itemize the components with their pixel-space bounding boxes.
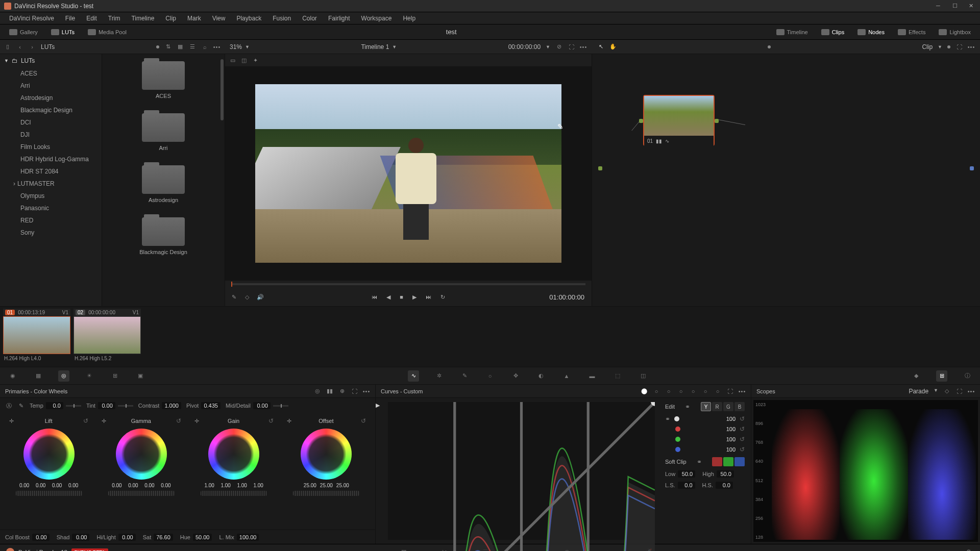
- pointer-icon[interactable]: ↖: [597, 43, 604, 51]
- lut-folder[interactable]: Astrodesign: [109, 165, 217, 203]
- 3d-icon[interactable]: ◫: [638, 370, 649, 382]
- stop-button[interactable]: ■: [400, 294, 403, 300]
- lut-folder[interactable]: Arri: [109, 113, 217, 151]
- minimize-button[interactable]: ─: [936, 3, 943, 10]
- grid-view-icon[interactable]: ▦: [177, 43, 184, 51]
- hue-vs-hue-icon[interactable]: ○: [653, 388, 660, 395]
- viewer[interactable]: ✎: [225, 66, 592, 281]
- scopes-mode[interactable]: Parade: [909, 388, 928, 395]
- gamma-reset-icon[interactable]: ↺: [176, 417, 181, 424]
- middetail-value[interactable]: 0.00: [253, 402, 271, 409]
- tree-item-arri[interactable]: Arri: [0, 80, 102, 92]
- intensity-r-value[interactable]: 100: [684, 426, 736, 432]
- menu-color[interactable]: Color: [297, 14, 322, 23]
- blur-icon[interactable]: ▲: [561, 370, 572, 382]
- lut-folder[interactable]: Blackmagic Design: [109, 217, 217, 255]
- clip-item[interactable]: 02 00:00:00:00 V1 H.264 High L5.2: [74, 309, 141, 365]
- primaries-icon[interactable]: ◎: [58, 370, 69, 382]
- clips-button[interactable]: Clips: [818, 28, 847, 37]
- bars-mode-icon[interactable]: ▮▮: [326, 388, 333, 395]
- custom-curve-icon[interactable]: ⬤: [641, 388, 648, 395]
- offset-jog[interactable]: [293, 491, 359, 496]
- timeline-label[interactable]: Timeline 1: [361, 43, 389, 51]
- home-icon[interactable]: ⌂: [944, 547, 954, 552]
- intensity-y-value[interactable]: 100: [683, 416, 736, 422]
- offset-reset-icon[interactable]: ↺: [361, 417, 366, 424]
- menu-edit[interactable]: Edit: [81, 14, 102, 23]
- offset-picker-icon[interactable]: ✛: [287, 418, 291, 424]
- wheels-mode-icon[interactable]: ◎: [314, 388, 321, 395]
- tree-item-panasonic[interactable]: Panasonic: [0, 202, 102, 214]
- tree-item-blackmagic[interactable]: Blackmagic Design: [0, 104, 102, 116]
- scrollbar-thumb[interactable]: [220, 59, 224, 120]
- hue-value[interactable]: 50.00: [193, 534, 212, 541]
- curves-graph[interactable]: [388, 402, 655, 540]
- more-icon[interactable]: •••: [213, 43, 220, 51]
- channel-y-button[interactable]: Y: [701, 402, 711, 411]
- mediapool-button[interactable]: Media Pool: [85, 28, 130, 37]
- primaries-more-icon[interactable]: •••: [363, 388, 370, 395]
- offset-values[interactable]: 25.0025.0025.00: [303, 483, 350, 488]
- gamma-values[interactable]: 0.000.000.000.00: [110, 483, 173, 488]
- reset-icon[interactable]: ↺: [740, 446, 745, 453]
- clip-mode-label[interactable]: Clip: [922, 43, 933, 51]
- gamma-jog[interactable]: [108, 491, 175, 496]
- softclip-r-button[interactable]: [712, 457, 722, 466]
- tint-slider[interactable]: [118, 405, 133, 407]
- luts-button[interactable]: LUTs: [48, 28, 78, 37]
- link-icon[interactable]: ⚭: [665, 415, 670, 422]
- list-view-icon[interactable]: ☰: [189, 43, 196, 51]
- gain-reset-icon[interactable]: ↺: [268, 417, 274, 424]
- menu-playback[interactable]: Playback: [231, 14, 266, 23]
- image-wipe-icon[interactable]: ▭: [229, 57, 236, 64]
- cie-icon[interactable]: ◇: [943, 388, 950, 395]
- lift-wheel[interactable]: [23, 429, 75, 480]
- picker-black-icon[interactable]: ✎: [17, 402, 24, 409]
- split-icon[interactable]: ◫: [240, 57, 248, 64]
- intensity-g-value[interactable]: 100: [684, 436, 736, 442]
- curve-handle-icon[interactable]: ▶: [376, 402, 380, 409]
- maximize-button[interactable]: ☐: [952, 3, 960, 10]
- zoom-value[interactable]: 31%: [230, 43, 242, 51]
- gain-values[interactable]: 1.001.001.001.00: [202, 483, 265, 488]
- gamma-wheel[interactable]: [116, 429, 167, 480]
- graph-output-port[interactable]: [970, 166, 974, 170]
- magic-mask-icon[interactable]: ◐: [535, 370, 547, 382]
- menu-view[interactable]: View: [207, 14, 231, 23]
- camera-raw-icon[interactable]: ◉: [7, 370, 18, 382]
- softclip-low-value[interactable]: 50.0: [678, 470, 695, 478]
- reset-icon[interactable]: ↺: [740, 415, 745, 422]
- bypass-icon[interactable]: ⊘: [555, 43, 562, 51]
- node-graph[interactable]: 01 ▮▮ ∿: [592, 54, 980, 306]
- tree-item-sony[interactable]: Sony: [0, 227, 102, 239]
- gain-wheel[interactable]: [208, 429, 259, 480]
- lightbox-button[interactable]: Lightbox: [936, 28, 974, 37]
- tree-item-hdr-hlg[interactable]: HDR Hybrid Log-Gamma: [0, 153, 102, 165]
- reset-icon[interactable]: ↺: [740, 425, 745, 433]
- motion-effects-icon[interactable]: ▣: [135, 370, 146, 382]
- rgb-mixer-icon[interactable]: ⊞: [109, 370, 120, 382]
- menu-mark[interactable]: Mark: [182, 14, 206, 23]
- key-icon[interactable]: ▬: [586, 370, 598, 382]
- lift-values[interactable]: 0.000.000.000.00: [17, 483, 81, 488]
- sat-vs-lum-icon[interactable]: ○: [714, 388, 721, 395]
- hue-vs-sat-icon[interactable]: ○: [665, 388, 672, 395]
- chevron-down-icon[interactable]: ▼: [938, 44, 942, 49]
- tree-item-lutmaster[interactable]: ›LUTMASTER: [0, 178, 102, 190]
- tree-root[interactable]: ▼ 🗀 LUTs: [0, 54, 102, 67]
- highlight-icon[interactable]: ✦: [252, 57, 259, 64]
- color-warper-icon[interactable]: ✲: [433, 370, 445, 382]
- scopes-icon[interactable]: ⊞: [936, 370, 947, 382]
- reset-icon[interactable]: ↺: [740, 436, 745, 443]
- go-last-button[interactable]: ⏭: [426, 294, 431, 300]
- intensity-b-value[interactable]: 100: [684, 446, 736, 453]
- lut-folder[interactable]: ACES: [109, 61, 217, 99]
- menu-trim[interactable]: Trim: [103, 14, 126, 23]
- menu-clip[interactable]: Clip: [160, 14, 181, 23]
- tracker-icon[interactable]: ✥: [510, 370, 521, 382]
- color-match-icon[interactable]: ▦: [33, 370, 44, 382]
- menu-help[interactable]: Help: [398, 14, 421, 23]
- nav-fwd-icon[interactable]: ›: [29, 43, 36, 51]
- channel-b-button[interactable]: B: [734, 402, 745, 411]
- timeline-button[interactable]: Timeline: [773, 28, 811, 37]
